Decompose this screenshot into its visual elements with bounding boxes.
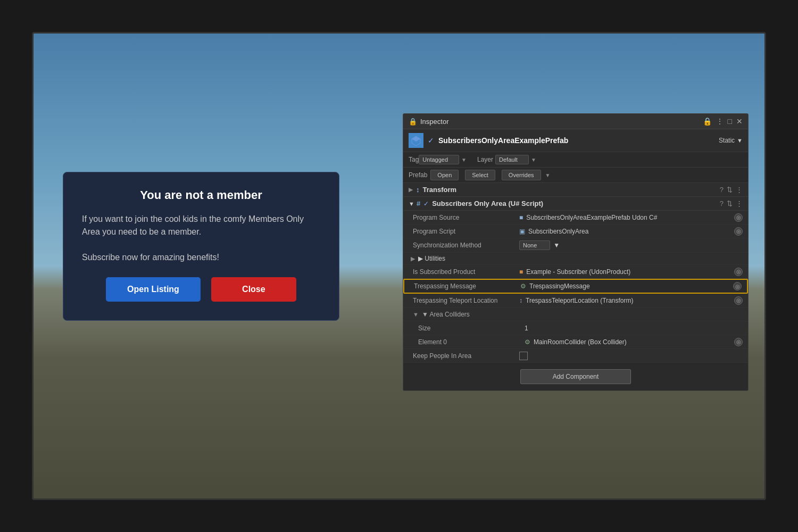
program-script-value: ▣ SubscribersOnlyArea ◎ [519,227,743,236]
program-script-row: Program Script ▣ SubscribersOnlyArea ◎ [403,225,748,238]
prefab-row: Prefab Open Select Overrides ▼ [403,168,748,183]
prefab-label: Prefab [409,171,427,179]
overrides-dropdown-arrow: ▼ [545,172,551,178]
teleport-icon: ↕ [519,297,522,304]
transform-section-icons: ? ⇅ ⋮ [720,186,743,194]
layer-value[interactable]: Default [495,155,529,164]
subscribers-section: ▼ # ✓ Subscribers Only Area (U# Script) … [403,197,748,363]
subscribers-collapse-arrow: ▼ [409,201,414,207]
teleport-pick-btn[interactable]: ◎ [734,296,743,305]
trespassing-icon: ⚙ [520,282,526,290]
modal-body: If you want to join the cool kids in the… [82,213,320,264]
transform-collapse-arrow: ▶ [409,186,413,193]
checkbox-active[interactable]: ✓ [428,136,434,145]
area-colliders-row[interactable]: ▼ ▼ Area Colliders [403,307,748,321]
trespassing-teleport-value: ↕ TrespassTeleportLocation (Transform) ◎ [519,296,743,305]
is-subscribed-value: ■ Example - Subscriber (UdonProduct) ◎ [519,268,743,276]
trespassing-message-label: Trespassing Message [414,282,520,290]
lock-icon[interactable]: 🔒 [703,117,712,126]
script-hash-icon: # [417,200,420,207]
tag-label: Tag [409,156,419,163]
sync-dropdown-arrow: ▼ [553,242,560,249]
program-script-label: Program Script [413,228,519,235]
element0-value: ⚙ MainRoomCollider (Box Collider) ◎ [525,338,743,346]
trespassing-message-value: ⚙ TrespassingMessage ◎ [520,282,742,290]
open-prefab-button[interactable]: Open [430,170,459,180]
program-script-icon: ▣ [519,228,525,235]
sync-method-row: Synchronization Method None ▼ [403,238,748,253]
sync-method-label: Synchronization Method [413,242,519,249]
info-icon: 🔒 [409,118,417,126]
sync-method-dropdown[interactable]: None [519,240,550,250]
trespassing-message-row: Trespassing Message ⚙ TrespassingMessage… [403,279,748,294]
element0-row: Element 0 ⚙ MainRoomCollider (Box Collid… [403,335,748,349]
maximize-icon[interactable]: □ [728,117,732,126]
keep-people-label: Keep People In Area [413,352,519,360]
object-name-left: ✓ SubscribersOnlyAreaExamplePrefab [409,133,719,148]
program-script-pick-btn[interactable]: ◎ [734,227,743,236]
overrides-button[interactable]: Overrides [502,170,541,180]
program-source-icon: ■ [519,214,523,221]
tag-dropdown[interactable]: Untagged [419,155,459,164]
transform-title: Transform [423,186,720,194]
transform-icon: ↕ [416,186,420,194]
program-source-row: Program Source ■ SubscribersOnlyAreaExam… [403,211,748,225]
program-source-label: Program Source [413,214,519,221]
is-subscribed-label: Is Subscribed Product [413,268,519,276]
subscribers-section-icons: ? ⇅ ⋮ [720,200,743,207]
transform-settings-icon[interactable]: ⇅ [727,186,733,194]
keep-people-checkbox[interactable] [519,352,528,360]
layer-label: Layer [477,156,493,163]
subscribers-settings-icon[interactable]: ⇅ [727,200,733,207]
subscribed-icon: ■ [519,268,523,276]
program-source-value: ■ SubscribersOnlyAreaExamplePrefab Udon … [519,213,743,222]
add-component-row: Add Component [403,363,748,390]
close-icon[interactable]: ✕ [736,117,743,126]
object-name-row: ✓ SubscribersOnlyAreaExamplePrefab Stati… [403,129,748,152]
size-row: Size 1 [403,321,748,335]
element0-pick-btn[interactable]: ◎ [734,338,743,346]
program-source-pick-btn[interactable]: ◎ [734,213,743,222]
utilities-arrow: ▶ [411,255,415,262]
member-modal: You are not a member If you want to join… [63,172,339,321]
modal-buttons: Open Listing Close [82,277,320,302]
inspector-header-left: 🔒 Inspector [409,118,448,126]
trespassing-pick-btn[interactable]: ◎ [733,282,742,290]
transform-section-header[interactable]: ▶ ↕ Transform ? ⇅ ⋮ [403,183,748,197]
element0-icon: ⚙ [525,338,530,346]
main-frame: You are not a member If you want to join… [32,32,766,500]
subscribers-help-icon[interactable]: ? [720,200,724,207]
size-value: 1 [525,325,743,332]
tag-dropdown-arrow: ▼ [461,157,467,163]
object-name: SubscribersOnlyAreaExamplePrefab [438,136,568,145]
add-component-button[interactable]: Add Component [520,369,631,384]
open-listing-button[interactable]: Open Listing [106,277,201,302]
is-subscribed-pick-btn[interactable]: ◎ [734,268,743,276]
size-label: Size [418,325,525,332]
subscribers-checkbox[interactable]: ✓ [423,200,429,207]
select-button[interactable]: Select [465,170,495,180]
sync-method-value: None ▼ [519,240,743,250]
more-options-icon[interactable]: ⋮ [716,117,724,126]
area-colliders-label: ▼ Area Colliders [422,311,528,318]
modal-title: You are not a member [82,188,320,202]
subscribers-title: Subscribers Only Area (U# Script) [432,200,720,207]
inspector-panel: 🔒 Inspector 🔒 ⋮ □ ✕ ✓ Subscriber [403,113,749,391]
subscribers-section-header[interactable]: ▼ # ✓ Subscribers Only Area (U# Script) … [403,197,748,211]
close-button[interactable]: Close [211,277,296,302]
static-label: Static [719,137,735,144]
subscribers-more-icon[interactable]: ⋮ [736,200,743,207]
inspector-header: 🔒 Inspector 🔒 ⋮ □ ✕ [403,114,748,129]
is-subscribed-row: Is Subscribed Product ■ Example - Subscr… [403,265,748,279]
transform-more-icon[interactable]: ⋮ [736,186,743,194]
tag-select-wrapper: Untagged ▼ [419,155,467,164]
utilities-row[interactable]: ▶ ▶ Utilities [403,253,748,265]
area-colliders-arrow: ▼ [413,311,419,318]
trespassing-teleport-row: Trespassing Teleport Location ↕ Trespass… [403,294,748,307]
static-dropdown[interactable]: ▼ [737,137,743,144]
keep-people-value [519,352,743,360]
tag-layer-row: Tag Untagged ▼ Layer Default ▼ [403,152,748,168]
transform-help-icon[interactable]: ? [720,186,724,194]
inspector-header-icons: 🔒 ⋮ □ ✕ [703,117,743,126]
trespassing-teleport-label: Trespassing Teleport Location [413,297,519,304]
